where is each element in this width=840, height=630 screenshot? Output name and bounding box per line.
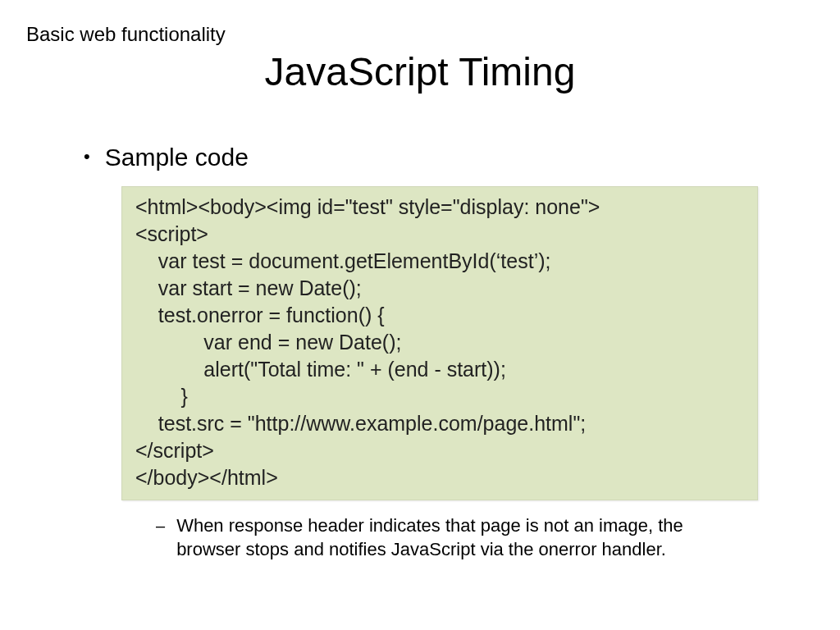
code-block: <html><body><img id="test" style="displa… bbox=[121, 186, 758, 500]
slide-title: JavaScript Timing bbox=[0, 49, 840, 94]
breadcrumb-text: Basic web functionality bbox=[26, 23, 226, 45]
dash-icon: – bbox=[156, 514, 165, 537]
page-topic: Basic web functionality bbox=[26, 23, 226, 46]
slide-content: • Sample code <html><body><img id="test"… bbox=[0, 144, 840, 561]
note-block: – When response header indicates that pa… bbox=[156, 514, 750, 561]
note-row: – When response header indicates that pa… bbox=[156, 514, 750, 561]
slide-title-text: JavaScript Timing bbox=[265, 50, 576, 94]
bullet-dot-icon: • bbox=[84, 144, 90, 170]
bullet-label: Sample code bbox=[105, 144, 249, 171]
bullet-main: • Sample code bbox=[84, 144, 791, 171]
code-text: <html><body><img id="test" style="displa… bbox=[135, 195, 600, 489]
note-text: When response header indicates that page… bbox=[176, 514, 750, 561]
